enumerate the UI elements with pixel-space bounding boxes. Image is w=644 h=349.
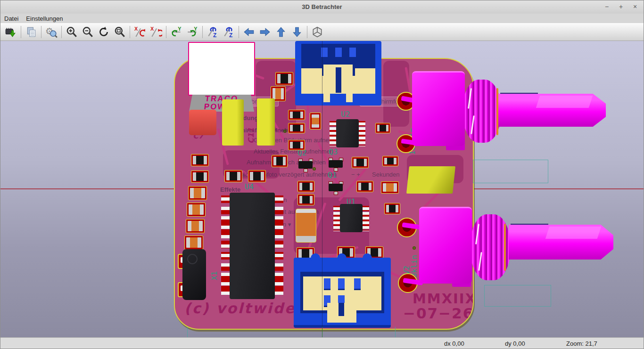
toolbar: ⚙ X X Y Y Z Z (0, 23, 644, 41)
window-title: 3D Betrachter (0, 3, 644, 10)
close-icon[interactable]: × (631, 3, 639, 10)
maximize-icon[interactable]: + (617, 3, 625, 10)
svg-text:X: X (134, 26, 138, 32)
toolbar-separator (41, 26, 41, 38)
toolbar-separator (239, 26, 239, 38)
3d-viewport[interactable]: (c) voltwide MMXIIX −07−26 AbbrechenBild… (0, 41, 644, 337)
toolbar-separator (202, 26, 203, 38)
reload-board-icon[interactable] (3, 24, 19, 40)
toolbar-separator (130, 26, 130, 38)
statusbar: dx 0,00 dy 0,00 Zoom: 21,7 (0, 337, 644, 349)
titlebar[interactable]: 3D Betrachter − + × (0, 0, 644, 14)
menu-datei[interactable]: Datei (4, 15, 18, 22)
3d-viewer-window: 3D Betrachter − + × Datei Einstellungen … (0, 0, 644, 349)
svg-text:X: X (150, 26, 154, 32)
status-zoom: Zoom: 21,7 (566, 340, 597, 347)
move-up-icon[interactable] (273, 24, 289, 40)
redraw-icon[interactable] (96, 24, 112, 40)
copy-image-icon[interactable] (23, 24, 39, 40)
toolbar-separator (21, 26, 21, 38)
toolbar-separator (61, 26, 62, 38)
y-axis-line (322, 41, 322, 327)
svg-text:Y: Y (194, 26, 198, 32)
minimize-icon[interactable]: − (603, 3, 611, 10)
y-axis-line (322, 327, 322, 337)
svg-text:Z: Z (229, 32, 232, 38)
render-options-icon[interactable]: ⚙ (43, 24, 59, 40)
menubar: Datei Einstellungen (0, 14, 644, 23)
rotate-z-neg-icon[interactable]: Z (205, 24, 221, 40)
rotate-x-neg-icon[interactable]: X (132, 24, 148, 40)
orthographic-projection-icon[interactable] (309, 24, 325, 40)
toolbar-separator (166, 26, 166, 38)
status-dy: dy 0,00 (505, 340, 525, 347)
toolbar-separator (307, 26, 307, 38)
zoom-in-icon[interactable] (64, 24, 80, 40)
rotate-y-pos-icon[interactable]: Y (184, 24, 200, 40)
zoom-out-icon[interactable] (80, 24, 96, 40)
rotate-x-pos-icon[interactable]: X (148, 24, 164, 40)
menu-einstellungen[interactable]: Einstellungen (26, 15, 63, 22)
svg-text:Z: Z (213, 32, 216, 38)
move-right-icon[interactable] (257, 24, 273, 40)
window-controls: − + × (603, 3, 639, 10)
rotate-y-neg-icon[interactable]: Y (168, 24, 184, 40)
zoom-fit-icon[interactable] (112, 24, 128, 40)
svg-text:Y: Y (178, 26, 182, 32)
move-left-icon[interactable] (241, 24, 257, 40)
axes (0, 41, 644, 337)
rotate-z-pos-icon[interactable]: Z (221, 24, 237, 40)
status-dx: dx 0,00 (444, 340, 464, 347)
move-down-icon[interactable] (289, 24, 305, 40)
